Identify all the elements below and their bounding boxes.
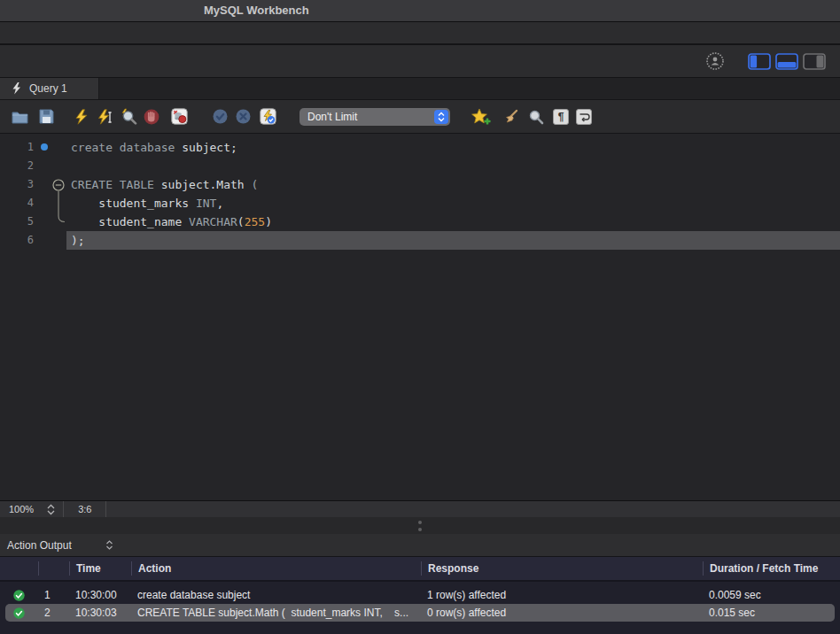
- secondary-sidebar-toggle-icon[interactable]: [803, 53, 826, 70]
- row-action: create database subject: [131, 589, 421, 601]
- output-panel-toggle-icon[interactable]: [775, 53, 798, 70]
- save-snippet-icon[interactable]: [471, 108, 491, 126]
- rollback-icon[interactable]: [236, 109, 251, 124]
- column-action[interactable]: Action: [131, 561, 421, 576]
- column-response[interactable]: Response: [421, 561, 703, 576]
- editor-line-4[interactable]: 4 student_marks INT,: [0, 194, 840, 213]
- editor-statusbar: 100% 3:6: [0, 500, 840, 517]
- output-table-header: Time Action Response Duration / Fetch Ti…: [0, 557, 840, 582]
- editor-line-2[interactable]: 2: [0, 157, 840, 175]
- success-check-icon: [0, 607, 38, 619]
- user-badge-icon[interactable]: [704, 50, 726, 72]
- save-icon[interactable]: [39, 109, 54, 124]
- sql-editor[interactable]: 1 create database subject; 2 3 CREATE TA…: [0, 134, 840, 500]
- zoom-stepper-icon[interactable]: [46, 504, 63, 515]
- editor-line-1[interactable]: 1 create database subject;: [0, 138, 840, 157]
- execute-icon[interactable]: [74, 109, 89, 125]
- action-output-table: Time Action Response Duration / Fetch Ti…: [0, 557, 840, 634]
- editor-line-6-current[interactable]: 6 );: [0, 231, 840, 250]
- code-line: );: [66, 231, 840, 250]
- line-number: 5: [0, 213, 34, 231]
- autocommit-toggle-icon[interactable]: [260, 108, 276, 125]
- output-row-2-selected[interactable]: 2 10:30:03 CREATE TABLE subject.Math ( s…: [0, 604, 840, 622]
- panel-splitter-handle[interactable]: [0, 517, 840, 534]
- query-tabbar: Query 1: [0, 78, 840, 99]
- editor-line-5[interactable]: 5 student_name VARCHAR(255): [0, 213, 840, 231]
- row-duration: 0.0059 sec: [703, 589, 840, 601]
- code-line: student_name VARCHAR(255): [66, 213, 840, 231]
- line-number: 1: [0, 138, 34, 157]
- find-icon[interactable]: [528, 109, 544, 125]
- sidebar-toggle-icon[interactable]: [748, 53, 771, 70]
- column-time[interactable]: Time: [69, 561, 131, 576]
- beautify-icon[interactable]: [503, 109, 519, 124]
- zoom-level: 100%: [0, 504, 46, 514]
- execute-current-icon[interactable]: [97, 109, 113, 125]
- column-index[interactable]: [38, 561, 69, 576]
- tab-query-1[interactable]: Query 1: [0, 78, 99, 99]
- row-index: 2: [38, 607, 69, 619]
- line-number: 3: [0, 175, 34, 194]
- row-duration: 0.015 sec: [703, 607, 840, 619]
- output-row-1[interactable]: 1 10:30:00 create database subject 1 row…: [0, 586, 840, 604]
- open-file-icon[interactable]: [12, 110, 28, 124]
- commit-icon[interactable]: [213, 109, 228, 124]
- line-number: 4: [0, 194, 34, 213]
- success-check-icon: [0, 590, 38, 601]
- row-time: 10:30:00: [69, 589, 131, 601]
- explain-icon[interactable]: [120, 108, 137, 125]
- code-line: [66, 157, 840, 175]
- main-toolbar-strip: [0, 22, 840, 45]
- wrap-text-icon[interactable]: [576, 109, 592, 125]
- stop-on-error-toggle-icon[interactable]: [171, 108, 188, 125]
- show-invisibles-icon[interactable]: ¶: [553, 109, 569, 125]
- line-number: 6: [0, 231, 34, 250]
- window-title: MySQL Workbench: [204, 4, 309, 17]
- window-titlebar: MySQL Workbench: [0, 0, 840, 22]
- row-response: 1 row(s) affected: [421, 589, 703, 601]
- row-response: 0 row(s) affected: [421, 607, 703, 619]
- output-selector-stepper-icon[interactable]: [105, 540, 113, 550]
- column-status[interactable]: [0, 561, 38, 576]
- statement-marker-icon: [41, 143, 48, 151]
- query-bolt-icon: [12, 82, 21, 95]
- output-panel-selector-bar: Action Output: [0, 534, 840, 557]
- row-time: 10:30:03: [69, 607, 131, 619]
- editor-line-3[interactable]: 3 CREATE TABLE subject.Math (: [0, 175, 840, 194]
- stop-icon[interactable]: [144, 109, 159, 125]
- code-line: create database subject;: [66, 138, 840, 157]
- tab-label: Query 1: [29, 82, 67, 95]
- row-limit-select[interactable]: Don't Limit: [299, 108, 450, 126]
- code-line: CREATE TABLE subject.Math (: [66, 175, 840, 194]
- cursor-position: 3:6: [64, 504, 105, 514]
- row-index: 1: [38, 589, 69, 601]
- mysql-workbench-window: MySQL Workbench: [0, 0, 840, 634]
- workspace-toolbar: [0, 45, 840, 78]
- column-duration[interactable]: Duration / Fetch Time: [703, 561, 840, 576]
- code-line: student_marks INT,: [66, 194, 840, 213]
- row-action: CREATE TABLE subject.Math ( student_mark…: [131, 607, 421, 619]
- line-number: 2: [0, 157, 34, 175]
- sql-toolbar: Don't Limit ¶: [0, 99, 840, 134]
- row-limit-value: Don't Limit: [307, 111, 357, 123]
- output-panel-selector[interactable]: Action Output: [0, 539, 72, 552]
- select-stepper-icon: [434, 110, 448, 124]
